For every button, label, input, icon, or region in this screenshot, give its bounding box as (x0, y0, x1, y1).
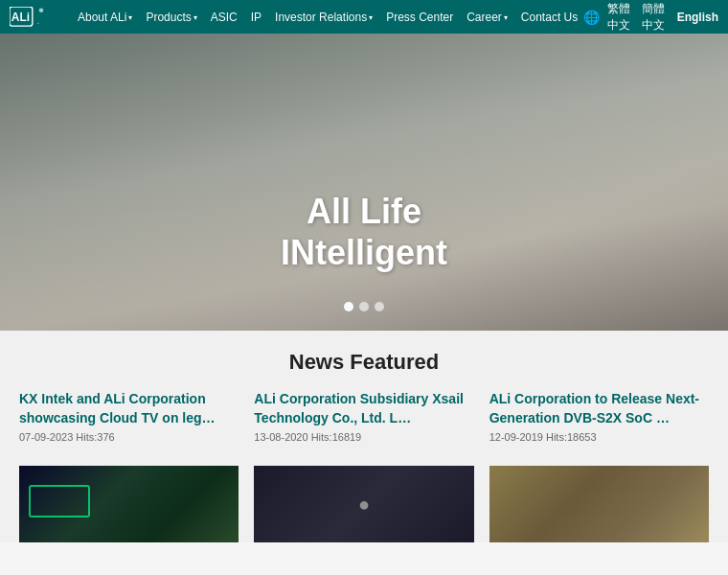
career-dropdown-arrow: ▾ (504, 13, 508, 22)
globe-icon[interactable]: 🌐 (583, 10, 600, 25)
news-headline-3[interactable]: ALi Corporation to Release Next-Generati… (489, 390, 709, 427)
hero-section: All Life INtelligent (0, 34, 728, 331)
news-section-title: News Featured (19, 350, 709, 375)
nav-career[interactable]: Career ▾ (461, 11, 513, 24)
nav-asic[interactable]: ASIC (205, 11, 243, 24)
svg-text:.: . (36, 15, 39, 26)
news-grid: KX Intek and ALi Corporation showcasing … (19, 390, 709, 450)
news-item-1: KX Intek and ALi Corporation showcasing … (19, 390, 239, 450)
hero-dots (0, 302, 728, 311)
investor-dropdown-arrow: ▾ (369, 13, 373, 22)
navbar: ALi . About ALi ▾ Products ▾ ASIC IP Inv… (0, 0, 728, 34)
news-image-row (19, 466, 709, 542)
nav-investor-relations[interactable]: Investor Relations ▾ (269, 11, 378, 24)
logo[interactable]: ALi . (10, 7, 62, 28)
nav-press-center[interactable]: Press Center (380, 11, 459, 24)
news-image-1[interactable] (19, 466, 239, 542)
hero-image (0, 34, 728, 331)
hero-text: All Life INtelligent (0, 191, 728, 273)
navbar-right: 🌐 繁體中文 簡體中文 English (583, 1, 718, 34)
news-meta-3: 12-09-2019 Hits:18653 (489, 431, 709, 443)
hero-dot-3[interactable] (375, 302, 384, 311)
nav-contact-us[interactable]: Contact Us (515, 11, 583, 24)
lang-english[interactable]: English (677, 11, 718, 24)
about-dropdown-arrow: ▾ (128, 13, 132, 22)
hero-background (0, 34, 728, 331)
svg-point-2 (39, 8, 44, 12)
news-item-2: ALi Corporation Subsidiary Xsail Technol… (254, 390, 473, 450)
lang-simplified-chinese[interactable]: 簡體中文 (642, 1, 669, 34)
products-dropdown-arrow: ▾ (193, 13, 197, 22)
svg-text:ALi: ALi (11, 10, 30, 23)
news-image-2[interactable] (254, 466, 473, 542)
nav-links: About ALi ▾ Products ▾ ASIC IP Investor … (72, 11, 583, 24)
hero-dot-1[interactable] (344, 302, 353, 311)
lang-traditional-chinese[interactable]: 繁體中文 (607, 1, 634, 34)
nav-about-ali[interactable]: About ALi ▾ (72, 11, 138, 24)
hero-dot-2[interactable] (359, 302, 369, 311)
news-meta-1: 07-09-2023 Hits:376 (19, 431, 239, 443)
hero-title: All Life INtelligent (0, 191, 728, 273)
news-image-3[interactable] (489, 466, 709, 542)
news-headline-1[interactable]: KX Intek and ALi Corporation showcasing … (19, 390, 239, 427)
news-headline-2[interactable]: ALi Corporation Subsidiary Xsail Technol… (254, 390, 473, 427)
news-item-3: ALi Corporation to Release Next-Generati… (489, 390, 709, 450)
nav-ip[interactable]: IP (245, 11, 267, 24)
nav-products[interactable]: Products ▾ (140, 11, 202, 24)
news-section: News Featured KX Intek and ALi Corporati… (0, 331, 728, 542)
news-meta-2: 13-08-2020 Hits:16819 (254, 431, 473, 443)
